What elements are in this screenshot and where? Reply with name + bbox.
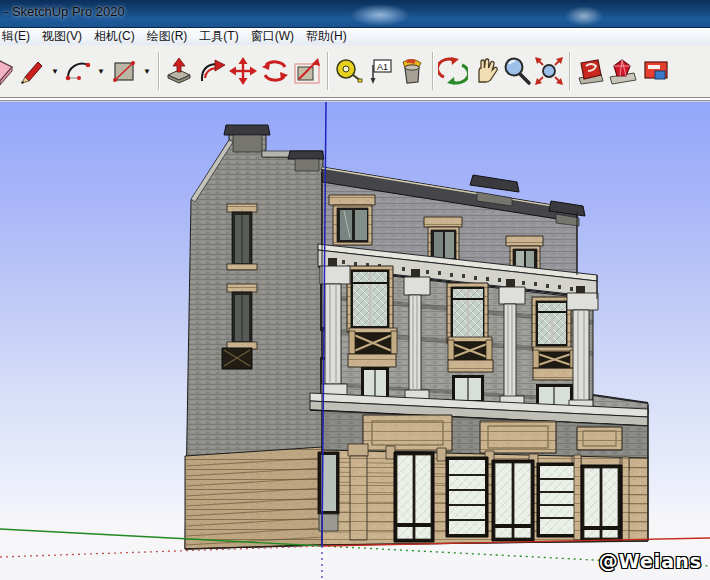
menu-bar: 辑(E) 视图(V) 相机(C) 绘图(R) 工具(T) 窗口(W) 帮助(H) [0, 28, 710, 46]
magnifier-icon [502, 56, 532, 86]
storefront-window-1[interactable] [446, 457, 488, 537]
title-bar[interactable]: - SketchUp Pro 2020 [0, 0, 710, 28]
attic-window-1[interactable] [329, 195, 375, 245]
extension-ruby[interactable] [606, 51, 638, 91]
rotate-icon [260, 56, 290, 86]
window-bay-3[interactable] [532, 297, 577, 407]
rectangle-tool-dropdown[interactable]: ▼ [140, 51, 154, 91]
push-pull-tool[interactable] [163, 51, 195, 91]
zoom-extents-icon [534, 56, 564, 86]
storefront-door-3[interactable] [574, 455, 629, 541]
menu-item-camera[interactable]: 相机(C) [88, 28, 141, 45]
orbit-tool[interactable] [437, 51, 469, 91]
line-tool[interactable] [16, 51, 48, 91]
toolbar-separator [158, 52, 159, 90]
chevron-down-icon: ▼ [97, 67, 105, 76]
zoom-extents-tool[interactable] [533, 51, 565, 91]
text-tool[interactable]: A1 [364, 51, 396, 91]
arc-tool[interactable] [62, 51, 94, 91]
arc-tool-dropdown[interactable]: ▼ [94, 51, 108, 91]
follow-me-tool[interactable] [195, 51, 227, 91]
zoom-tool[interactable] [501, 51, 533, 91]
clipped-icon [639, 56, 669, 86]
svg-text:A1: A1 [377, 62, 388, 72]
watermark: @Weians [599, 550, 702, 572]
scale-icon [292, 56, 322, 86]
aero-glass-highlight [565, 6, 603, 26]
eraser-tool[interactable] [0, 51, 16, 91]
push-pull-icon [164, 56, 194, 86]
menu-item-window[interactable]: 窗口(W) [245, 28, 300, 45]
text-label-icon: A1 [365, 56, 395, 86]
storefront-door-2[interactable] [492, 460, 534, 541]
paint-bucket-icon [397, 56, 427, 86]
scale-tool[interactable] [291, 51, 323, 91]
viewport-3d[interactable]: @Weians [0, 102, 710, 580]
menu-item-tools[interactable]: 工具(T) [193, 28, 244, 45]
move-icon [228, 56, 258, 86]
tape-measure-tool[interactable] [332, 51, 364, 91]
sketchup-window: - SketchUp Pro 2020 辑(E) 视图(V) 相机(C) 绘图(… [0, 0, 710, 580]
red-box-icon [575, 56, 605, 86]
left-wall[interactable] [185, 125, 324, 549]
storefront-window-2[interactable] [537, 463, 578, 537]
eraser-icon [0, 56, 15, 86]
rectangle-tool[interactable] [108, 51, 140, 91]
toolbar-separator [569, 52, 570, 90]
model-canvas[interactable] [0, 102, 710, 580]
menu-item-view[interactable]: 视图(V) [36, 28, 88, 45]
line-tool-dropdown[interactable]: ▼ [48, 51, 62, 91]
rectangle-icon [109, 56, 139, 86]
ruby-gem-icon [607, 56, 637, 86]
aero-glass-highlight [350, 4, 410, 26]
follow-me-icon [196, 56, 226, 86]
rotate-tool[interactable] [259, 51, 291, 91]
extension-red-box[interactable] [574, 51, 606, 91]
building-model[interactable] [0, 102, 710, 580]
orbit-icon [438, 56, 468, 86]
move-tool[interactable] [227, 51, 259, 91]
storefront-door-1[interactable] [394, 452, 434, 542]
corner-pier-pilaster [350, 456, 367, 540]
toolbar-separator [432, 52, 433, 90]
storefront-side-window[interactable] [318, 452, 339, 531]
hand-icon [470, 56, 500, 86]
pan-tool[interactable] [469, 51, 501, 91]
menu-item-edit[interactable]: 辑(E) [0, 28, 36, 45]
menu-item-draw[interactable]: 绘图(R) [141, 28, 194, 45]
chevron-down-icon: ▼ [143, 67, 151, 76]
window-title: - SketchUp Pro 2020 [4, 4, 125, 19]
paint-bucket-tool[interactable] [396, 51, 428, 91]
menu-item-help[interactable]: 帮助(H) [300, 28, 353, 45]
tape-measure-icon [333, 56, 363, 86]
extension-clipped[interactable] [638, 51, 670, 91]
toolbar-separator [327, 52, 328, 90]
toolbar: ▼ ▼ ▼ [0, 45, 710, 97]
axis-red-dotted [0, 546, 322, 557]
arc-icon [63, 56, 93, 86]
pencil-icon [17, 56, 47, 86]
chevron-down-icon: ▼ [51, 67, 59, 76]
